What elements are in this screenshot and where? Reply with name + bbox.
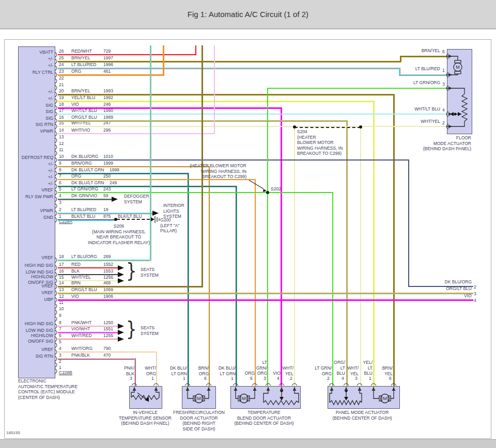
pin-num: 17 [59,262,64,267]
floor-mode-actuator-box [447,49,472,134]
signal-label: DEFROST REQ [14,155,53,161]
wire [58,126,447,127]
arrow-to-seats-icon [118,272,124,277]
temp-blend-door-actuator-box [230,386,301,409]
wire [58,274,118,275]
wire [236,186,237,386]
wire [267,88,447,89]
signal-label: VPWR [16,208,53,214]
wire [58,339,118,340]
wire-color-label: YEL/LT BLU [71,95,95,101]
wire [58,192,333,193]
wire-color-label: YEL/ LT BLU [353,360,373,376]
wire-color-label: PNK/BLK [71,353,90,358]
wire-color-label: WHT/LT BLU [408,106,440,112]
pin-num: 3 [59,353,61,358]
arrow-to-seats-icon [118,337,124,342]
wire [267,88,268,386]
wire-color-label: BLK [71,268,80,274]
signal-label: HIGH/LOW ON/OFF SIG [12,333,53,344]
wire-color-label: WHT/YEL [408,119,440,124]
wire [281,107,282,386]
wire [58,293,473,294]
exit-pin-num: 3 [474,291,476,297]
floor-mode-actuator-name: FLOOR MODE ACTUATOR (BEHIND DASH PANEL) [398,135,471,152]
wire-color-label: LT BLU/RED [408,66,440,72]
wire [58,186,236,187]
splice-dashed-link [295,127,361,128]
pin-num: 12 [59,141,64,147]
wire [58,54,195,55]
signal-label: RLY SW PWR [14,194,53,200]
pin-num: 10 [59,154,64,159]
pin-num: 6 [59,180,61,186]
wire-color-label: BRN/ YEL [373,365,393,376]
in-vehicle-temp-sensor-box [129,386,162,409]
pin-num: 4 [59,193,61,199]
wire-color-label: WHT/YEL [71,275,91,280]
wire-color-label: LT BLU/RED [71,207,96,213]
pin-num: 15 [59,275,64,280]
wire [58,332,118,333]
pin-num: 25 [59,55,64,61]
signal-label: SIG [16,109,53,115]
pin-num: 3 [355,376,358,381]
signal-label: +/- [16,168,53,174]
signal-label: VREF [16,283,53,289]
circuit-label: 296 [103,127,111,133]
pin-num: 1 [59,214,61,219]
wire-color-label: WHT/ YEL [274,365,293,376]
wire [209,166,210,386]
pin-num: 2 [59,207,61,213]
wire [58,358,135,360]
wire-color-label: ORG/LT BLU [71,287,97,293]
wire-color-label: PNK/ BLK [114,365,134,376]
pin-num: 19 [59,95,64,101]
wire [58,173,188,174]
wire [332,192,333,386]
wire [58,299,473,301]
wiring-diagram-page: Fig 1: Automatic A/C Circuit (1 of 2) 18… [0,0,496,448]
pin-num: 2 [442,120,445,126]
exit-wire-label: VIO [425,293,472,299]
circuit-label: 1553 [103,268,113,274]
circuit-label: 1906 [103,294,113,299]
signal-label: +/- [16,162,53,167]
circuit-label: 1989 [103,115,113,120]
pin-num: 23 [59,69,64,74]
pin-num: 7 [59,326,61,332]
signal-label: +/- [16,96,53,102]
wire [58,159,408,161]
signal-label: RLY CTRL [16,70,53,75]
splice-dot-s204 [359,125,362,129]
signal-label: +/- [16,89,53,95]
signal-label: UBP [16,297,53,302]
wire [58,68,400,69]
pin-num: 20 [59,88,64,94]
signal-label: HIGH IND SIG [12,321,53,327]
signal-label: HIGH IND SIG [12,263,53,268]
pin-num: 16 [59,268,64,274]
pin-num: 10 [59,306,64,312]
circuit-label: 1997 [103,55,113,61]
pin-num: 5 [59,339,61,345]
pin-num: 1 [369,376,371,381]
pin-num: 1 [183,376,185,381]
wire-color-label: DK BLU/LT GRN [71,180,104,186]
circuit-label: 246 [103,102,111,107]
wire [255,179,256,386]
wire-color-label: DK GRN/VIO [71,193,97,199]
wire-color-label: BLK/LT BLU [71,214,95,219]
pin-num: 18 [59,254,64,260]
wire [58,133,214,134]
pin-num: 26 [59,49,64,54]
seats-system-label: SEATS SYSTEM [141,267,159,278]
wire-color-label: VIO/WHT [71,326,90,332]
temp-blend-door-actuator-name: TEMPERATURE BLEND DOOR ACTUATOR (BEHIND … [228,410,300,426]
wire-color-label: WHT/ ORG [135,365,156,376]
wire-color-label: BRN/ ORG [188,365,209,376]
signal-label: VREF [16,255,53,261]
panel-mode-actuator-box [328,386,400,409]
wire-color-label: VIO [71,102,79,107]
pin-num: 21 [59,82,64,88]
